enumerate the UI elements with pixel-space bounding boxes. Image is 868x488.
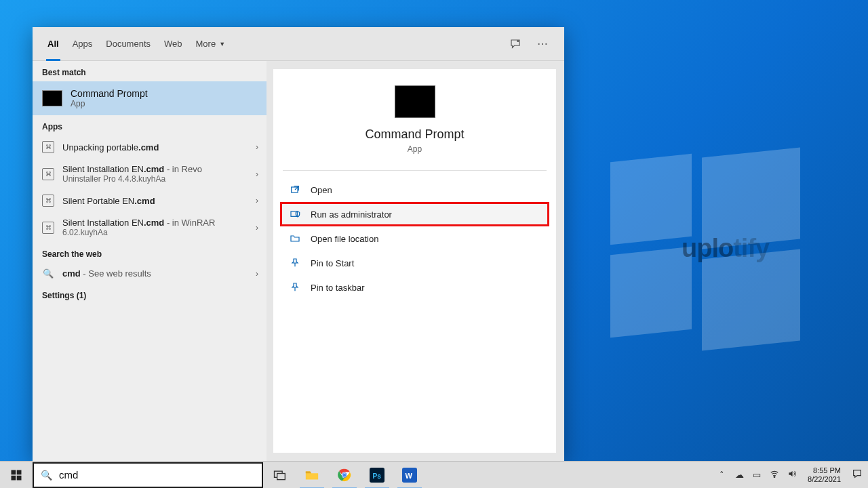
action-run-as-administrator[interactable]: Run as administrator bbox=[280, 202, 549, 226]
svg-text:W: W bbox=[406, 471, 413, 479]
pin-icon bbox=[289, 258, 301, 268]
tab-web[interactable]: Web bbox=[157, 27, 189, 61]
script-file-icon: ⌘ bbox=[42, 141, 54, 153]
system-tray: ˄ ☁ ▭ bbox=[711, 462, 802, 489]
cmd-icon bbox=[42, 90, 62, 106]
start-button[interactable] bbox=[0, 462, 33, 489]
svg-point-0 bbox=[517, 40, 519, 42]
best-match-item[interactable]: Command Prompt App bbox=[33, 81, 267, 115]
best-match-title: Command Prompt bbox=[71, 88, 148, 99]
svg-text:Ps: Ps bbox=[373, 472, 382, 479]
script-file-icon: ⌘ bbox=[42, 168, 54, 180]
chevron-right-icon: › bbox=[256, 142, 258, 152]
tab-all[interactable]: All bbox=[41, 27, 66, 61]
tray-chevron-up-icon[interactable]: ˄ bbox=[715, 470, 728, 480]
search-results-panel: All Apps Documents Web More▼ ⋯ Best matc… bbox=[33, 27, 564, 461]
tab-more[interactable]: More▼ bbox=[189, 27, 233, 61]
action-pin-to-start[interactable]: Pin to Start bbox=[280, 251, 549, 275]
feedback-icon[interactable] bbox=[502, 38, 529, 50]
chevron-right-icon: › bbox=[256, 269, 258, 279]
admin-shield-icon bbox=[289, 209, 301, 220]
chevron-right-icon: › bbox=[256, 223, 258, 232]
svg-rect-4 bbox=[17, 470, 22, 474]
svg-rect-3 bbox=[12, 470, 16, 474]
action-open[interactable]: Open bbox=[280, 178, 549, 202]
script-file-icon: ⌘ bbox=[42, 195, 54, 207]
taskbar-search-box[interactable]: 🔍 bbox=[33, 462, 263, 488]
search-input[interactable] bbox=[59, 469, 255, 481]
divider bbox=[283, 170, 547, 171]
svg-point-12 bbox=[343, 473, 347, 476]
tab-documents[interactable]: Documents bbox=[99, 27, 157, 61]
chevron-right-icon: › bbox=[256, 169, 258, 179]
web-result-item[interactable]: 🔍 cmd - See web results › bbox=[33, 263, 267, 284]
battery-tray-icon[interactable]: ▭ bbox=[751, 470, 763, 480]
action-open-file-location[interactable]: Open file location bbox=[280, 226, 549, 251]
app-result-item[interactable]: ⌘ Silent Portable EN.cmd › bbox=[33, 189, 267, 212]
taskbar-clock[interactable]: 8:55 PM 8/22/2021 bbox=[802, 466, 846, 483]
svg-rect-6 bbox=[17, 475, 22, 480]
pin-icon bbox=[289, 282, 301, 293]
results-list: Best match Command Prompt App Apps ⌘ Unp… bbox=[33, 61, 267, 461]
task-view-button[interactable] bbox=[263, 462, 296, 489]
svg-point-17 bbox=[774, 476, 775, 478]
svg-rect-5 bbox=[12, 475, 16, 480]
app-result-item[interactable]: ⌘ Silent Installation EN.cmd - in Revo U… bbox=[33, 159, 267, 189]
app-result-item[interactable]: ⌘ Unpacking portable.cmd › bbox=[33, 136, 267, 159]
svg-rect-8 bbox=[277, 473, 285, 479]
section-best-match: Best match bbox=[33, 61, 267, 81]
wifi-tray-icon[interactable] bbox=[768, 469, 781, 481]
script-file-icon: ⌘ bbox=[42, 222, 54, 234]
chrome-taskbar-icon[interactable] bbox=[328, 462, 361, 489]
section-apps: Apps bbox=[33, 115, 267, 136]
app-result-item[interactable]: ⌘ Silent Installation EN.cmd - in WinRAR… bbox=[33, 212, 267, 243]
search-icon: 🔍 bbox=[42, 268, 54, 279]
result-preview-pane: Command Prompt App Open bbox=[273, 69, 556, 453]
preview-title[interactable]: Command Prompt bbox=[365, 127, 464, 142]
search-icon: 🔍 bbox=[41, 470, 52, 481]
chevron-down-icon: ▼ bbox=[219, 41, 225, 47]
best-match-subtitle: App bbox=[71, 99, 148, 108]
action-center-icon[interactable] bbox=[846, 468, 868, 481]
open-icon bbox=[289, 184, 301, 195]
tab-apps[interactable]: Apps bbox=[66, 27, 100, 61]
volume-tray-icon[interactable] bbox=[786, 469, 798, 481]
chevron-right-icon: › bbox=[256, 196, 258, 205]
watermark-text: uplotify bbox=[682, 234, 769, 263]
word-taskbar-icon[interactable]: W bbox=[393, 462, 426, 489]
section-search-web: Search the web bbox=[33, 243, 267, 263]
preview-subtitle: App bbox=[408, 144, 422, 154]
folder-icon bbox=[289, 233, 301, 244]
action-pin-to-taskbar[interactable]: Pin to taskbar bbox=[280, 275, 549, 300]
onedrive-tray-icon[interactable]: ☁ bbox=[733, 470, 745, 480]
more-options-icon[interactable]: ⋯ bbox=[529, 37, 556, 50]
photoshop-taskbar-icon[interactable]: Ps bbox=[361, 462, 393, 489]
cmd-icon-large bbox=[395, 85, 435, 118]
section-settings[interactable]: Settings (1) bbox=[33, 284, 267, 304]
taskbar: 🔍 Ps W ˄ ☁ ▭ 8:55 PM 8/22/2021 bbox=[0, 461, 868, 488]
file-explorer-taskbar-icon[interactable] bbox=[296, 462, 328, 489]
search-tabs: All Apps Documents Web More▼ ⋯ bbox=[33, 27, 564, 61]
